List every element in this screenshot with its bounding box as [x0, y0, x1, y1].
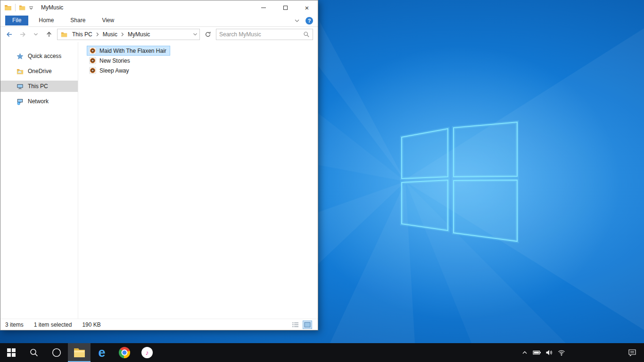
- qat-separator: [15, 4, 16, 11]
- close-button[interactable]: ×: [296, 0, 318, 15]
- battery-icon: [533, 349, 541, 356]
- itunes-icon: ♪: [141, 347, 153, 358]
- desktop: MyMusic × File Home Share View ?: [0, 0, 644, 362]
- action-center-button[interactable]: [620, 349, 644, 356]
- taskbar-file-explorer-button[interactable]: [68, 343, 91, 362]
- taskbar-itunes-button[interactable]: ♪: [136, 343, 158, 362]
- onedrive-icon: [17, 68, 24, 75]
- window-title: MyMusic: [41, 4, 63, 11]
- sidebar-item-label: OneDrive: [28, 68, 52, 74]
- star-icon: [17, 53, 24, 60]
- location-folder-icon: [61, 31, 67, 38]
- qat-customize-chevron-icon[interactable]: [29, 5, 33, 10]
- minimize-icon: [261, 8, 266, 8]
- window-folder-icon: [4, 4, 12, 11]
- music-file-icon: [89, 47, 96, 54]
- file-list[interactable]: Maid With The Flaxen Hair New Stories Sl…: [78, 42, 318, 319]
- taskbar: e ♪: [0, 343, 644, 362]
- search-box[interactable]: [216, 29, 313, 40]
- file-name: Sleep Away: [99, 67, 129, 74]
- address-bar[interactable]: This PC Music MyMusic: [57, 29, 200, 40]
- sidebar-item-label: Quick access: [28, 53, 61, 59]
- cortana-icon: [51, 347, 62, 358]
- start-icon: [7, 348, 16, 357]
- chevron-up-icon: [521, 349, 528, 356]
- cortana-button[interactable]: [45, 343, 68, 362]
- file-item[interactable]: Maid With The Flaxen Hair: [87, 46, 170, 56]
- tab-file[interactable]: File: [5, 16, 28, 25]
- forward-button[interactable]: [17, 29, 28, 40]
- file-explorer-icon: [74, 347, 85, 358]
- close-icon: ×: [305, 4, 309, 11]
- breadcrumb-chevron-icon: [121, 32, 124, 37]
- tab-share[interactable]: Share: [64, 16, 91, 25]
- qat-folder-icon[interactable]: [19, 4, 25, 11]
- tray-volume-button[interactable]: [543, 343, 555, 362]
- ribbon-tabbar: File Home Share View ?: [0, 15, 318, 27]
- chrome-icon: [119, 347, 130, 358]
- taskbar-search-button[interactable]: [23, 343, 45, 362]
- sidebar-item-label: This PC: [28, 83, 48, 90]
- ribbon-collapse-chevron-icon[interactable]: [294, 18, 300, 24]
- tab-home[interactable]: Home: [33, 16, 60, 25]
- minimize-button[interactable]: [253, 0, 274, 15]
- selection-size: 190 KB: [82, 321, 100, 328]
- sidebar-item-onedrive[interactable]: OneDrive: [0, 66, 78, 77]
- status-bar: 3 items 1 item selected 190 KB: [0, 319, 318, 330]
- maximize-icon: [283, 6, 288, 10]
- network-icon: [17, 98, 24, 105]
- action-center-icon: [628, 349, 636, 356]
- breadcrumb-chevron-icon: [96, 32, 99, 37]
- address-toolbar: This PC Music MyMusic: [0, 27, 318, 42]
- sidebar-item-network[interactable]: Network: [0, 96, 78, 107]
- computer-icon: [17, 83, 24, 90]
- sidebar-item-this-pc[interactable]: This PC: [0, 81, 78, 92]
- up-button[interactable]: [44, 29, 54, 40]
- breadcrumb-music[interactable]: Music: [99, 31, 121, 38]
- maximize-button[interactable]: [274, 0, 296, 15]
- wifi-icon: [558, 349, 565, 356]
- tray-network-button[interactable]: [555, 343, 568, 362]
- tab-view[interactable]: View: [96, 16, 120, 25]
- file-item[interactable]: New Stories: [87, 56, 134, 66]
- search-input[interactable]: [219, 31, 303, 38]
- selection-count: 1 item selected: [34, 321, 72, 328]
- music-file-icon: [89, 67, 96, 74]
- taskbar-chrome-button[interactable]: [113, 343, 136, 362]
- search-icon: [29, 348, 39, 357]
- taskbar-edge-button[interactable]: e: [91, 343, 113, 362]
- recent-locations-chevron-icon[interactable]: [31, 29, 41, 40]
- windows-logo: [402, 122, 517, 241]
- back-button[interactable]: [4, 29, 15, 40]
- items-count: 3 items: [5, 321, 24, 328]
- breadcrumb-this-pc[interactable]: This PC: [69, 31, 96, 38]
- tray-battery-button[interactable]: [531, 343, 543, 362]
- search-icon[interactable]: [303, 31, 310, 38]
- file-name: New Stories: [99, 58, 130, 64]
- breadcrumb-mymusic[interactable]: MyMusic: [124, 31, 153, 38]
- file-item[interactable]: Sleep Away: [87, 66, 133, 75]
- explorer-window: MyMusic × File Home Share View ?: [0, 0, 318, 330]
- large-icons-view-icon[interactable]: [303, 321, 312, 329]
- tray-show-hidden-icons-button[interactable]: [519, 343, 531, 362]
- file-name: Maid With The Flaxen Hair: [99, 48, 166, 54]
- edge-icon: e: [98, 346, 105, 359]
- address-dropdown-chevron-icon[interactable]: [193, 32, 198, 37]
- navigation-pane: Quick access OneDrive This PC Network: [0, 42, 78, 319]
- music-file-icon: [89, 57, 96, 64]
- titlebar[interactable]: MyMusic ×: [0, 0, 318, 15]
- details-view-icon[interactable]: [291, 321, 300, 329]
- speaker-icon: [545, 349, 553, 356]
- help-icon[interactable]: ?: [305, 17, 313, 25]
- start-button[interactable]: [0, 343, 23, 362]
- sidebar-item-quick-access[interactable]: Quick access: [0, 50, 78, 62]
- sidebar-item-label: Network: [28, 98, 49, 105]
- refresh-icon[interactable]: [203, 29, 213, 40]
